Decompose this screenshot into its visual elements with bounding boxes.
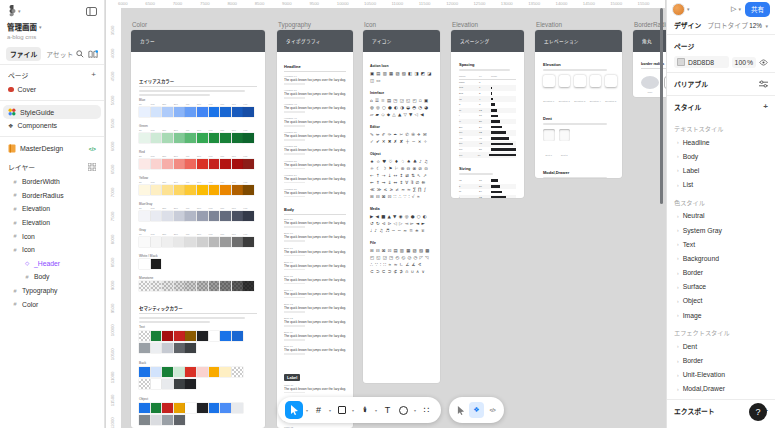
color-swatch[interactable] — [174, 415, 185, 425]
color-swatch[interactable] — [243, 159, 254, 169]
frame-typography[interactable]: Typography タイポグラフィ Headline Headline 64 … — [277, 30, 353, 428]
color-swatch[interactable] — [162, 281, 173, 291]
color-swatch[interactable] — [232, 367, 243, 377]
color-swatch[interactable] — [185, 331, 196, 341]
color-swatch[interactable] — [197, 403, 208, 413]
style-row[interactable]: › List — [667, 178, 775, 192]
page-color-hex[interactable]: D8D8D8 — [688, 59, 714, 66]
color-swatch[interactable] — [220, 107, 231, 117]
color-swatch[interactable] — [139, 107, 150, 117]
type-row[interactable]: Body 15 The quick brown fox jumps over t… — [284, 275, 346, 285]
comment-tool[interactable] — [396, 402, 411, 419]
radius-sample[interactable]: circle — [641, 76, 659, 93]
style-row[interactable]: › Headline — [667, 135, 775, 149]
color-swatch[interactable] — [162, 133, 173, 143]
pointer-mode-icon[interactable] — [454, 403, 467, 418]
style-row[interactable]: › Border — [667, 266, 775, 280]
toggle-panel-icon[interactable] — [86, 7, 97, 16]
color-swatch[interactable] — [162, 237, 173, 247]
color-swatch[interactable] — [209, 185, 220, 195]
type-row[interactable]: Label 18 The quick brown fox jumps over … — [284, 384, 346, 394]
color-swatch[interactable] — [185, 159, 196, 169]
type-row[interactable]: Headline 32 The quick brown fox jumps ov… — [284, 145, 346, 155]
color-swatch[interactable] — [220, 367, 231, 377]
present-icon[interactable]: ▷ — [731, 5, 736, 13]
color-swatch[interactable] — [151, 107, 162, 117]
color-swatch[interactable] — [162, 107, 173, 117]
chevron-right-icon[interactable]: › — [677, 343, 679, 349]
color-swatch[interactable] — [197, 367, 208, 377]
layers-grid-icon[interactable] — [88, 163, 96, 171]
type-row[interactable]: Body 12 The quick brown fox jumps over t… — [284, 317, 346, 327]
text-tool[interactable]: T — [380, 402, 395, 419]
color-swatch[interactable] — [232, 403, 243, 413]
type-row[interactable]: Body 16 The quick brown fox jumps over t… — [284, 261, 346, 271]
frame-spacing[interactable]: Elevation スペーシング Spacing Name px Scale n… — [451, 30, 524, 198]
color-swatch[interactable] — [209, 133, 220, 143]
color-swatch[interactable] — [232, 237, 243, 247]
frame-tool[interactable]: # — [311, 402, 326, 419]
shape-tool[interactable] — [334, 402, 349, 419]
color-swatch[interactable] — [151, 331, 162, 341]
color-swatch[interactable] — [232, 185, 243, 195]
type-row[interactable]: Headline 48 The quick brown fox jumps ov… — [284, 103, 346, 113]
color-swatch[interactable] — [243, 281, 254, 291]
color-swatch[interactable] — [232, 331, 243, 341]
type-row[interactable]: Headline 57 The quick brown fox jumps ov… — [284, 89, 346, 99]
library-icon[interactable] — [88, 50, 98, 59]
elevation-sample[interactable]: Elevation 3 — [574, 75, 586, 106]
figma-logo-icon[interactable] — [7, 5, 16, 17]
color-swatch[interactable] — [151, 133, 162, 143]
style-row[interactable]: › Dent — [667, 339, 775, 353]
elevation-sample[interactable]: Elevation 2 — [559, 75, 571, 106]
file-name-menu[interactable]: 管理画面 ▾ — [0, 19, 104, 34]
color-swatch[interactable] — [174, 237, 185, 247]
color-swatch[interactable] — [220, 211, 231, 221]
chevron-right-icon[interactable]: › — [677, 241, 679, 247]
color-swatch[interactable] — [139, 211, 150, 221]
color-swatch[interactable] — [220, 185, 231, 195]
color-swatch[interactable] — [162, 403, 173, 413]
elevation-sample[interactable]: Dent 2 — [559, 129, 571, 160]
color-swatch[interactable] — [151, 403, 162, 413]
color-swatch[interactable] — [174, 343, 185, 353]
design-mode-icon[interactable]: ❖ — [469, 402, 484, 418]
color-swatch[interactable] — [151, 237, 162, 247]
type-row[interactable]: Headline 20 The quick brown fox jumps ov… — [284, 188, 346, 198]
style-row[interactable]: › Image — [667, 308, 775, 322]
color-swatch[interactable] — [185, 107, 196, 117]
color-swatch[interactable] — [185, 133, 196, 143]
chevron-right-icon[interactable]: › — [677, 372, 679, 378]
page-item-cover[interactable]: Cover — [0, 83, 104, 96]
chevron-right-icon[interactable]: › — [677, 213, 679, 219]
tab-file[interactable]: ファイル — [6, 47, 41, 61]
color-swatch[interactable] — [243, 133, 254, 143]
pen-tool[interactable]: ✒ — [357, 402, 372, 419]
avatar-caret[interactable]: ▾ — [687, 6, 690, 12]
type-row[interactable]: Body 14 The quick brown fox jumps over t… — [284, 289, 346, 299]
frame-title[interactable]: Typography — [278, 21, 311, 28]
type-row[interactable]: Headline 24 The quick brown fox jumps ov… — [284, 174, 346, 184]
color-swatch[interactable] — [139, 343, 150, 353]
library-code-icon[interactable]: </> — [89, 146, 96, 152]
color-swatch[interactable] — [151, 281, 162, 291]
color-swatch[interactable] — [185, 403, 196, 413]
color-swatch[interactable] — [151, 367, 162, 377]
color-swatch[interactable] — [185, 237, 196, 247]
chevron-right-icon[interactable]: › — [677, 255, 679, 261]
frame-title[interactable]: Color — [132, 21, 147, 28]
sliders-icon[interactable] — [759, 80, 768, 88]
color-swatch[interactable] — [185, 367, 196, 377]
color-swatch[interactable] — [197, 237, 208, 247]
layer-row[interactable]: # Icon — [0, 243, 104, 257]
color-swatch[interactable] — [151, 259, 162, 269]
layer-row[interactable]: # Elevation — [0, 202, 104, 216]
shape-tool-caret[interactable]: ▾ — [350, 408, 356, 413]
elevation-sample[interactable]: Dent 1 — [543, 129, 555, 160]
color-swatch[interactable] — [162, 415, 173, 425]
page-item-components[interactable]: ❖ Components — [0, 119, 104, 132]
color-swatch[interactable] — [220, 281, 231, 291]
color-swatch[interactable] — [185, 343, 196, 353]
type-row[interactable]: Body 20 The quick brown fox jumps over t… — [284, 218, 346, 228]
elevation-sample[interactable]: Elevation 4 — [590, 75, 602, 106]
